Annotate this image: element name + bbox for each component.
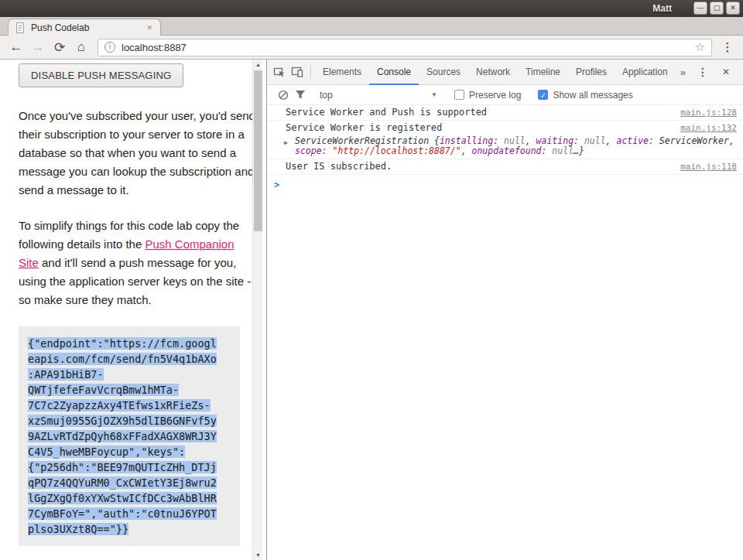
- code-line: 7CymBFoY=","auth":"c0tnuJ6YPOT: [28, 506, 231, 521]
- code-line: xzSmuj0955GjOZX9h5dlIB6GNFvf5y: [28, 413, 231, 429]
- show-all-messages-checkbox[interactable]: ✓: [538, 90, 548, 100]
- console-message-text: Service Worker is registered: [286, 122, 671, 134]
- filter-icon[interactable]: [292, 90, 309, 100]
- execution-context-value: top: [320, 90, 333, 101]
- paragraph-companion-after: and it'll send a push message for you, u…: [19, 256, 251, 306]
- paragraph-companion: To simplify things for this code lab cop…: [19, 217, 252, 309]
- code-line: eapis.com/fcm/send/fn5V4q1bAXo: [28, 351, 231, 367]
- disclosure-triangle-icon[interactable]: ▶: [284, 138, 288, 148]
- forward-icon[interactable]: →: [28, 37, 48, 57]
- tab-console[interactable]: Console: [369, 60, 419, 85]
- back-icon[interactable]: ←: [6, 37, 26, 57]
- browser-tabstrip: Push Codelab ✕: [0, 17, 743, 36]
- close-icon[interactable]: ✕: [726, 2, 740, 15]
- code-line: QWTjfefeFavVcrqBmw1hMTa-: [28, 382, 231, 398]
- content-area: DISABLE PUSH MESSAGING Once you've subsc…: [0, 60, 743, 560]
- home-icon[interactable]: ⌂: [71, 37, 91, 57]
- code-line: plso3UXzt8Q=="}}: [28, 521, 231, 537]
- console-toolbar: top ▼ Preserve log ✓ Show all messages: [267, 85, 743, 105]
- browser-tab[interactable]: Push Codelab ✕: [8, 19, 161, 36]
- scroll-up-icon[interactable]: ▲: [253, 60, 263, 70]
- devtools-close-icon[interactable]: ✕: [715, 67, 737, 77]
- maximize-icon[interactable]: ▢: [710, 2, 724, 15]
- reload-icon[interactable]: ⟳: [50, 37, 70, 57]
- more-tabs-icon[interactable]: »: [676, 67, 690, 78]
- tab-network[interactable]: Network: [468, 60, 518, 85]
- tab-sources[interactable]: Sources: [419, 60, 468, 85]
- window-controls: — ▢ ✕: [693, 2, 740, 15]
- code-line: 9AZLvRTdZpQyh68xFFadXAGX8WRJ3Y: [28, 429, 231, 444]
- tab-title: Push Codelab: [31, 22, 144, 33]
- code-line: qPQ7z4QQYuRM0_CxCWIetY3Ej8wru2: [28, 475, 231, 490]
- show-all-messages-label: Show all messages: [553, 90, 632, 101]
- console-message: Service Worker and Push is supported mai…: [267, 105, 743, 121]
- page-info-icon[interactable]: i: [104, 42, 115, 53]
- code-line: lGgZXgQf0xYXwStwICfDCc3wAbBlHR: [28, 490, 231, 506]
- subscription-json-codeblock[interactable]: {"endpoint":"https://fcm.googl eapis.com…: [19, 326, 240, 546]
- console-source-link[interactable]: main.js:118: [680, 161, 737, 172]
- paragraph-subscription: Once you've subscribed your user, you'd …: [19, 107, 252, 200]
- console-input-row[interactable]: >: [267, 175, 743, 193]
- clear-console-icon[interactable]: [275, 90, 292, 101]
- window-user-label: Matt: [652, 3, 672, 14]
- show-all-messages-toggle[interactable]: ✓ Show all messages: [538, 90, 632, 101]
- scrollbar-thumb[interactable]: [254, 70, 262, 231]
- inspect-element-icon[interactable]: [270, 63, 289, 81]
- window-titlebar: Matt — ▢ ✕: [0, 0, 743, 17]
- code-line: {"p256dh":"BEE97mQUTIcZHh_DTJj: [28, 459, 231, 475]
- console-message-text: User IS subscribed.: [286, 161, 671, 172]
- browser-toolbar: ← → ⟳ ⌂ i localhost:8887 ☆ ⋮: [0, 36, 743, 60]
- scroll-down-icon[interactable]: ▼: [253, 550, 263, 560]
- code-line: C4V5_hweMBFoycup","keys":: [28, 444, 231, 459]
- page-scrollbar[interactable]: ▲ ▼: [252, 60, 262, 560]
- code-line: :APA91bHiB7-: [28, 367, 231, 382]
- code-line: 7C7c2ZyapzzAxy4TEfws1xRFieZs-: [28, 398, 231, 413]
- devtools-tabbar: Elements Console Sources Network Timelin…: [267, 60, 743, 85]
- browser-menu-icon[interactable]: ⋮: [718, 37, 737, 57]
- execution-context-select[interactable]: top ▼: [320, 90, 437, 101]
- console-prompt-icon[interactable]: >: [274, 179, 279, 190]
- url-text[interactable]: localhost:8887: [122, 42, 695, 53]
- preserve-log-checkbox[interactable]: [454, 90, 464, 100]
- preserve-log-toggle[interactable]: Preserve log: [454, 90, 521, 101]
- tab-close-icon[interactable]: ✕: [144, 22, 155, 33]
- favicon-icon: [14, 22, 26, 34]
- tab-application[interactable]: Application: [615, 60, 676, 85]
- object-preview-line: scope: "http://localhost:8887/", onupdat…: [295, 146, 737, 156]
- console-messages: Service Worker and Push is supported mai…: [267, 105, 743, 193]
- web-page: DISABLE PUSH MESSAGING Once you've subsc…: [0, 60, 252, 560]
- console-message-text: Service Worker and Push is supported: [286, 107, 671, 118]
- tab-timeline[interactable]: Timeline: [518, 60, 568, 85]
- chevron-down-icon: ▼: [431, 91, 437, 98]
- devtools-panel: Elements Console Sources Network Timelin…: [266, 60, 743, 560]
- object-preview: ▶ ServiceWorkerRegistration {installing:…: [267, 135, 743, 157]
- console-message: User IS subscribed. main.js:118: [267, 159, 743, 175]
- device-toolbar-icon[interactable]: [289, 63, 307, 81]
- console-source-link[interactable]: main.js:128: [680, 107, 737, 118]
- toolbar-divider: [310, 65, 311, 79]
- tab-elements[interactable]: Elements: [315, 60, 369, 85]
- minimize-icon[interactable]: —: [693, 2, 707, 15]
- tab-profiles[interactable]: Profiles: [568, 60, 615, 85]
- preserve-log-label: Preserve log: [469, 90, 521, 101]
- console-message: Service Worker is registered main.js:132…: [267, 121, 743, 159]
- disable-push-button[interactable]: DISABLE PUSH MESSAGING: [19, 63, 183, 87]
- bookmark-star-icon[interactable]: ☆: [695, 40, 705, 54]
- code-line: {"endpoint":"https://fcm.googl: [28, 336, 231, 351]
- console-source-link[interactable]: main.js:132: [680, 122, 737, 134]
- devtools-menu-icon[interactable]: ⋮: [690, 66, 715, 78]
- address-bar[interactable]: i localhost:8887 ☆: [98, 39, 712, 56]
